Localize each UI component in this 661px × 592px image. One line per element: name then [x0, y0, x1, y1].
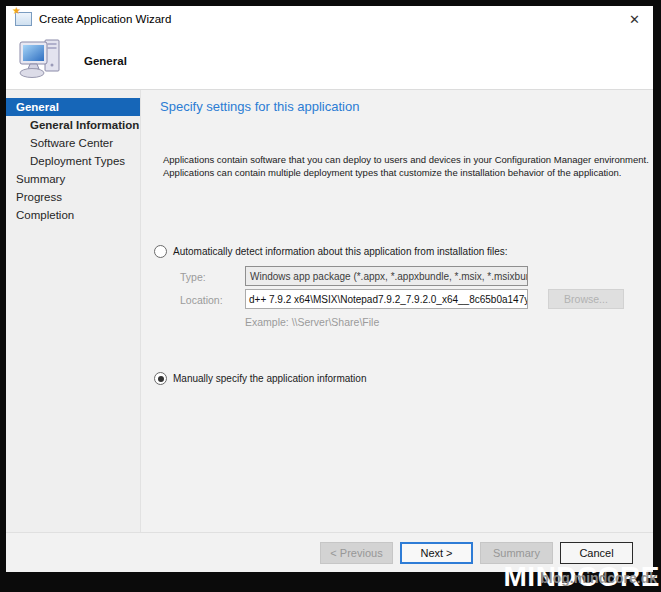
location-input-value: d++ 7.9.2 x64\MSIX\Notepad7.9.2_7.9.2.0_… — [249, 294, 528, 305]
radio-unchecked-icon[interactable] — [154, 245, 167, 258]
sidebar-item-completion[interactable]: Completion — [6, 206, 140, 224]
page-description-line2: Applications can contain multiple deploy… — [163, 166, 649, 179]
title-bar: ★ Create Application Wizard ✕ — [6, 6, 653, 32]
installer-type-value: Windows app package (*.appx, *.appxbundl… — [250, 271, 528, 282]
wizard-window-icon: ★ — [15, 12, 32, 26]
location-input[interactable]: d++ 7.9.2 x64\MSIX\Notepad7.9.2_7.9.2.0_… — [245, 289, 528, 309]
wizard-body: General General Information Software Cen… — [6, 90, 653, 532]
previous-button[interactable]: < Previous — [320, 542, 393, 564]
wizard-steps-sidebar: General General Information Software Cen… — [6, 90, 141, 532]
location-label: Location: — [180, 294, 223, 306]
sidebar-item-progress[interactable]: Progress — [6, 188, 140, 206]
star-icon: ★ — [12, 6, 21, 16]
create-application-wizard-window: ★ Create Application Wizard ✕ — [6, 6, 653, 572]
type-label: Type: — [180, 271, 206, 283]
page-description-line1: Applications contain software that you c… — [163, 153, 649, 166]
next-button[interactable]: Next > — [400, 542, 473, 564]
auto-detect-radio-label: Automatically detect information about t… — [173, 245, 508, 258]
auto-detect-radio[interactable]: Automatically detect information about t… — [154, 245, 508, 258]
manual-specify-radio-label: Manually specify the application informa… — [173, 372, 366, 385]
watermark: MINDCORE blog.mindcore.dk — [504, 560, 660, 592]
sidebar-item-deployment-types[interactable]: Deployment Types — [6, 152, 140, 170]
installer-type-dropdown[interactable]: Windows app package (*.appx, *.appxbundl… — [245, 266, 528, 286]
window-title: Create Application Wizard — [39, 13, 625, 25]
computer-icon — [18, 37, 64, 85]
page-title: Specify settings for this application — [160, 99, 359, 114]
sidebar-item-general-information[interactable]: General Information — [6, 116, 140, 134]
radio-checked-icon[interactable] — [154, 372, 167, 385]
manual-specify-radio[interactable]: Manually specify the application informa… — [154, 372, 366, 385]
sidebar-item-general[interactable]: General — [6, 98, 140, 116]
screenshot-frame: ★ Create Application Wizard ✕ — [0, 0, 661, 592]
browse-button[interactable]: Browse... — [548, 289, 624, 309]
sidebar-item-software-center[interactable]: Software Center — [6, 134, 140, 152]
page-description: Applications contain software that you c… — [163, 153, 649, 179]
wizard-header: General — [6, 32, 653, 90]
close-icon[interactable]: ✕ — [625, 12, 644, 27]
sidebar-item-summary[interactable]: Summary — [6, 170, 140, 188]
location-example-hint: Example: \\Server\Share\File — [245, 316, 379, 328]
header-step-title: General — [84, 55, 127, 67]
wizard-content-panel: Specify settings for this application Ap… — [141, 90, 653, 532]
watermark-url: blog.mindcore.dk — [540, 570, 657, 586]
